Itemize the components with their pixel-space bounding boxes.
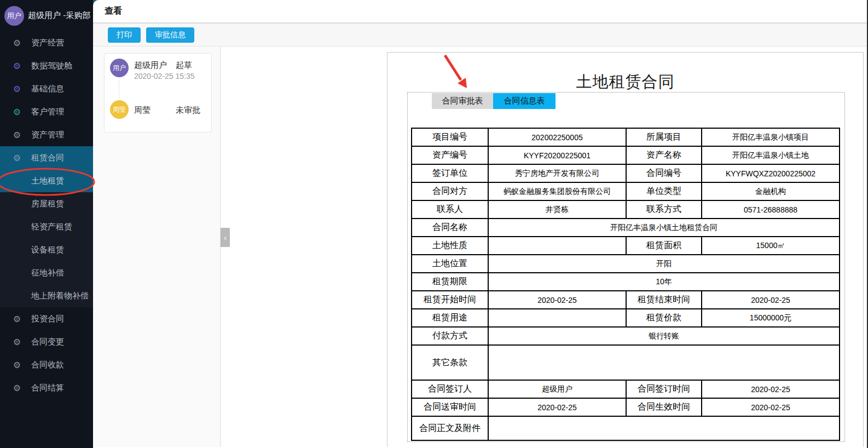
- gear-icon: ⚙: [12, 107, 22, 117]
- sidebar-item-investment-contract[interactable]: ⚙ 投资合同: [0, 307, 93, 330]
- contract-tabs: 合同审批表 合同信息表: [432, 93, 555, 109]
- contract-info-table: 项目编号 202002250005 所属项目 开阳亿丰温泉小镇项目 资产编号 K…: [411, 128, 840, 441]
- field-label: 租赁用途: [412, 309, 488, 327]
- field-value: 2020-02-25: [702, 380, 840, 398]
- gear-icon: ⚙: [12, 314, 22, 324]
- table-row: 付款方式 银行转账: [412, 327, 840, 345]
- field-label: 项目编号: [412, 128, 488, 146]
- approver-avatar: 用户: [110, 59, 129, 77]
- sidebar-subitem-label: 地上附着物补偿: [31, 291, 89, 301]
- sidebar-subitem-attachment-compensation[interactable]: 地上附着物补偿: [0, 284, 93, 307]
- field-value: 超级用户: [488, 380, 626, 398]
- toolbar: 打印 审批信息: [93, 24, 868, 47]
- user-name: 超级用户 -采购部: [28, 10, 90, 21]
- field-value: [488, 309, 626, 327]
- field-value: 开阳亿丰温泉小镇土地租赁合同: [488, 219, 840, 237]
- sidebar-item-label: 客户管理: [31, 107, 64, 117]
- field-label: 合同生效时间: [626, 398, 702, 416]
- sidebar-item-lease-contract[interactable]: ⚙ 租赁合同: [0, 146, 93, 169]
- table-row: 合同正文及附件: [412, 416, 840, 440]
- sidebar-item-label: 资产经营: [31, 38, 64, 48]
- field-value: [488, 237, 626, 255]
- gear-icon: ⚙: [12, 84, 22, 94]
- sidebar-item-label: 合同结算: [31, 383, 64, 393]
- sidebar-item-asset-operation[interactable]: ⚙ 资产经营: [0, 31, 93, 54]
- field-value: 15000000元: [702, 309, 840, 327]
- sidebar-item-customer-mgmt[interactable]: ⚙ 客户管理: [0, 100, 93, 123]
- sidebar-item-basic-info[interactable]: ⚙ 基础信息: [0, 77, 93, 100]
- field-value: 10年: [488, 273, 840, 291]
- approval-time: 2020-02-25 15:35: [134, 72, 195, 81]
- field-label: 合同编号: [626, 164, 702, 182]
- contract-title: 土地租赁合同: [387, 71, 863, 93]
- gear-icon: ⚙: [12, 360, 22, 370]
- print-button[interactable]: 打印: [108, 27, 141, 43]
- sidebar-item-label: 基础信息: [31, 84, 64, 94]
- table-row: 土地性质 租赁面积 15000㎡: [412, 237, 840, 255]
- sidebar-item-contract-change[interactable]: ⚙ 合同变更: [0, 330, 93, 353]
- user-avatar: 用户: [4, 6, 24, 26]
- field-label: 合同正文及附件: [412, 416, 488, 440]
- table-row: 合同送审时间 2020-02-25 合同生效时间 2020-02-25: [412, 398, 840, 416]
- page-header: 查看: [93, 0, 868, 24]
- approval-timeline-panel: 用户 超级用户 起草 2020-02-25 15:35 周莹 周莹 未审批: [93, 47, 221, 447]
- sidebar-item-contract-receipt[interactable]: ⚙ 合同收款: [0, 353, 93, 376]
- sidebar-item-label: 合同收款: [31, 360, 64, 370]
- sidebar-item-label: 投资合同: [31, 314, 64, 324]
- sidebar-subitem-label: 征地补偿: [31, 268, 64, 278]
- field-value: 秀宁房地产开发有限公司: [488, 164, 626, 182]
- field-value: 开阳: [488, 255, 840, 273]
- sidebar-subitem-light-asset-lease[interactable]: 轻资产租赁: [0, 215, 93, 238]
- gear-icon: ⚙: [12, 337, 22, 347]
- field-value: 开阳亿丰温泉小镇土地: [702, 146, 840, 164]
- table-row: 租赁期限 10年: [412, 273, 840, 291]
- field-label: 租赁结束时间: [626, 291, 702, 309]
- contract-form-area: 合同审批表 合同信息表 项目编号 202002250005 所属项目 开阳亿丰温…: [407, 92, 845, 442]
- approval-status: 起草: [176, 60, 192, 71]
- page-title: 查看: [105, 5, 122, 17]
- tab-info-form[interactable]: 合同信息表: [493, 93, 555, 109]
- timeline-connector: [119, 80, 119, 99]
- sidebar-subitem-label: 设备租赁: [31, 245, 64, 255]
- table-row: 合同对方 蚂蚁金融服务集团股份有限公司 单位类型 金融机构: [412, 182, 840, 200]
- field-label: 单位类型: [626, 182, 702, 200]
- sidebar-item-asset-mgmt[interactable]: ⚙ 资产管理: [0, 123, 93, 146]
- sidebar-item-data-cockpit[interactable]: ⚙ 数据驾驶舱: [0, 54, 93, 77]
- approval-info-button[interactable]: 审批信息: [146, 27, 194, 43]
- main-panel: 查看 打印 审批信息 用户 超级用户 起草 2020-02-25 15:35 周…: [93, 0, 868, 448]
- table-row: 项目编号 202002250005 所属项目 开阳亿丰温泉小镇项目: [412, 128, 840, 146]
- field-label: 合同签订时间: [626, 380, 702, 398]
- field-value: 2020-02-25: [488, 398, 626, 416]
- sidebar-subitem-land-requisition[interactable]: 征地补偿: [0, 261, 93, 284]
- sidebar-subitem-land-lease[interactable]: 土地租赁: [0, 169, 93, 192]
- sidebar-subitem-house-lease[interactable]: 房屋租赁: [0, 192, 93, 215]
- user-info[interactable]: 用户 超级用户 -采购部: [0, 0, 93, 31]
- table-row: 签订单位 秀宁房地产开发有限公司 合同编号 KYYFWQXZ2020022500…: [412, 164, 840, 182]
- sidebar-subitem-label: 土地租赁: [31, 176, 64, 186]
- field-label: 其它条款: [412, 345, 488, 380]
- approval-timeline-card: 用户 超级用户 起草 2020-02-25 15:35 周莹 周莹 未审批: [104, 53, 212, 133]
- sidebar-item-label: 租赁合同: [31, 153, 64, 163]
- field-value: [488, 345, 840, 380]
- field-value: 2020-02-25: [488, 291, 626, 309]
- field-label: 所属项目: [626, 128, 702, 146]
- sidebar-item-label: 资产管理: [31, 130, 64, 140]
- sidebar-submenu: 房屋租赁 轻资产租赁 设备租赁 征地补偿 地上附着物补偿: [0, 192, 93, 307]
- field-value: 蚂蚁金融服务集团股份有限公司: [488, 182, 626, 200]
- table-row: 合同名称 开阳亿丰温泉小镇土地租赁合同: [412, 219, 840, 237]
- collapse-panel-handle[interactable]: ‹: [221, 228, 230, 247]
- field-label: 付款方式: [412, 327, 488, 345]
- field-value: KYYF20200225001: [488, 146, 626, 164]
- field-label: 租赁开始时间: [412, 291, 488, 309]
- approval-status: 未审批: [176, 105, 200, 116]
- sidebar-subitem-label: 轻资产租赁: [31, 222, 72, 232]
- table-row: 租赁用途 租赁价款 15000000元: [412, 309, 840, 327]
- field-label: 联系人: [412, 200, 488, 219]
- table-row: 租赁开始时间 2020-02-25 租赁结束时间 2020-02-25: [412, 291, 840, 309]
- field-value: 2020-02-25: [702, 291, 840, 309]
- field-label: 合同签订人: [412, 380, 488, 398]
- tab-approval-form[interactable]: 合同审批表: [432, 93, 493, 109]
- sidebar-item-contract-settlement[interactable]: ⚙ 合同结算: [0, 376, 93, 399]
- approver-name: 周莹: [134, 105, 151, 116]
- sidebar-subitem-equipment-lease[interactable]: 设备租赁: [0, 238, 93, 261]
